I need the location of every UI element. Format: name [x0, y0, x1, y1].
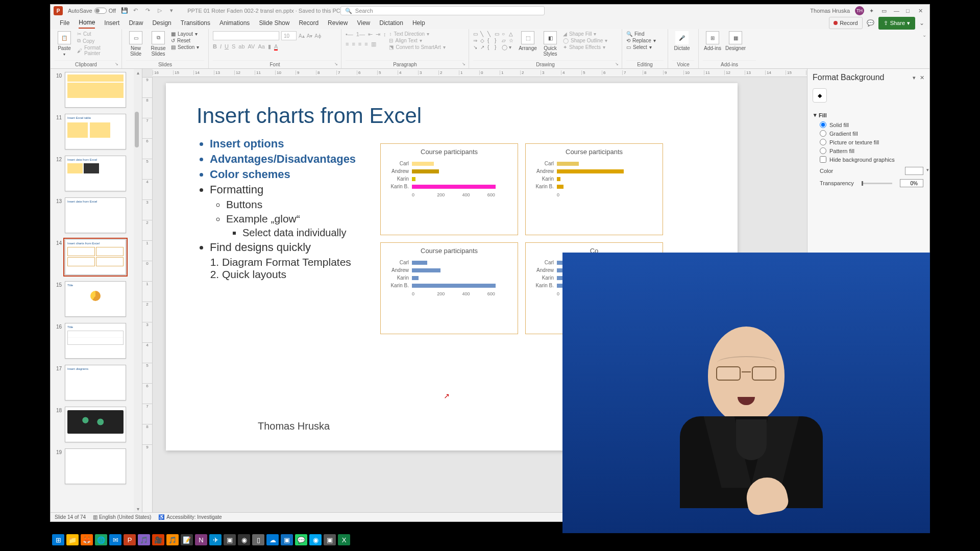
undo-icon[interactable]: ↶: [133, 7, 140, 14]
font-name-combo[interactable]: [213, 31, 279, 40]
scroll-handle[interactable]: [135, 112, 139, 147]
slide-thumbnail[interactable]: 17Insert diagrams: [51, 362, 142, 404]
thumb-preview[interactable]: Insert data from Excel: [65, 156, 126, 191]
slide-thumbnail[interactable]: 15Title: [51, 278, 142, 320]
slide-counter[interactable]: Slide 14 of 74: [55, 514, 86, 520]
taskbar-app-icon[interactable]: 📝: [181, 534, 193, 545]
chart-3[interactable]: Course participantsCarlAndrewKarinKarin …: [380, 242, 518, 334]
solid-fill-radio[interactable]: Solid fill: [814, 120, 923, 129]
slide-thumbnail[interactable]: 16Title: [51, 320, 142, 362]
tab-view[interactable]: View: [357, 18, 370, 28]
taskbar-app-icon[interactable]: ✈: [209, 534, 222, 545]
fill-tab-icon[interactable]: ◆: [813, 88, 827, 103]
line-spacing-button[interactable]: ↕: [383, 31, 386, 38]
slide-thumbnail[interactable]: 13Insert data from Excel: [51, 194, 142, 236]
align-right-button[interactable]: ≡: [358, 41, 361, 47]
thumb-preview[interactable]: [65, 448, 126, 484]
dictate-button[interactable]: 🎤Dictate: [672, 31, 692, 51]
tab-dictation[interactable]: Dictation: [379, 18, 403, 28]
columns-button[interactable]: ▥: [371, 41, 376, 47]
radio-icon[interactable]: [820, 139, 826, 145]
record-button[interactable]: Record: [829, 17, 862, 29]
spacing-button[interactable]: AV: [248, 43, 255, 50]
shape-effects-button[interactable]: ✦ Shape Effects ▾: [563, 44, 607, 50]
taskbar-app-icon[interactable]: ◉: [309, 534, 322, 545]
strike-button[interactable]: S: [232, 43, 235, 50]
autosave-toggle[interactable]: AutoSave Off: [68, 8, 116, 14]
slide-thumbnail[interactable]: 19: [51, 445, 142, 487]
tab-file[interactable]: File: [60, 18, 69, 28]
thumb-preview[interactable]: [65, 407, 126, 442]
avatar[interactable]: TH: [855, 6, 864, 15]
replace-button[interactable]: ⟲ Replace ▾: [626, 38, 656, 43]
comments-icon[interactable]: 💬: [867, 18, 874, 28]
tab-help[interactable]: Help: [412, 18, 425, 28]
taskbar-app-icon[interactable]: X: [338, 534, 350, 545]
designer-button[interactable]: ▦Designer: [725, 31, 746, 51]
bold-button[interactable]: B: [213, 43, 217, 50]
color-picker[interactable]: [905, 167, 923, 175]
scroll-up-icon[interactable]: ▴: [134, 69, 142, 76]
addins-button[interactable]: ⊞Add-ins: [703, 31, 722, 51]
tab-home[interactable]: Home: [79, 17, 95, 29]
font-color-button[interactable]: A: [274, 43, 278, 50]
pattern-fill-radio[interactable]: Pattern fill: [814, 146, 923, 155]
maximize-icon[interactable]: □: [906, 8, 913, 14]
thumb-preview[interactable]: [65, 72, 126, 108]
shape-outline-button[interactable]: ◯ Shape Outline ▾: [563, 38, 607, 43]
taskbar-app-icon[interactable]: ▣: [324, 534, 336, 545]
slide-thumbnail[interactable]: 12Insert data from Excel: [51, 153, 142, 194]
bullets-button[interactable]: •—: [346, 31, 353, 38]
underline-button[interactable]: U: [225, 43, 229, 50]
convert-smartart-button[interactable]: ⬔ Convert to SmartArt ▾: [389, 44, 445, 50]
arrange-button[interactable]: ⬚Arrange: [518, 31, 537, 51]
taskbar-app-icon[interactable]: 🎵: [138, 534, 150, 545]
hide-bg-checkbox[interactable]: Hide background graphics: [814, 155, 923, 164]
shadow-button[interactable]: ab: [238, 43, 244, 50]
taskbar-app-icon[interactable]: ▯: [252, 534, 264, 545]
slide-thumbnail[interactable]: 18: [51, 404, 142, 445]
shrink-font-icon[interactable]: A▾: [307, 33, 313, 39]
dialog-launcher-icon[interactable]: ↘: [334, 62, 338, 66]
tab-design[interactable]: Design: [152, 18, 171, 28]
taskbar-app-icon[interactable]: ▣: [281, 534, 293, 545]
fill-section[interactable]: ▾Fill: [814, 110, 923, 120]
taskbar-app-icon[interactable]: ☁: [266, 534, 279, 545]
radio-icon[interactable]: [820, 130, 826, 137]
language-button[interactable]: ▥ English (United States): [93, 514, 151, 520]
from-beginning-icon[interactable]: ▷: [158, 7, 165, 14]
chart-2[interactable]: Course participantsCarlAndrewKarinKarin …: [525, 143, 663, 235]
taskbar-app-icon[interactable]: 🎥: [152, 534, 164, 545]
scroll-down-icon[interactable]: ▾: [134, 505, 142, 512]
taskbar-app-icon[interactable]: ✉: [109, 534, 121, 545]
shapes-gallery[interactable]: ▭╲╲▭○△ ⇒◇{}▱☆ ↘↗{}◯▾: [473, 31, 515, 50]
text-direction-button[interactable]: ↕ Text Direction ▾: [389, 31, 445, 37]
taskbar-app-icon[interactable]: P: [124, 534, 136, 545]
checkbox-icon[interactable]: [820, 156, 826, 163]
taskbar-app-icon[interactable]: 🌐: [95, 534, 107, 545]
slide-thumbnail[interactable]: 14Insert charts from Excel: [51, 236, 142, 278]
thumb-preview[interactable]: Title: [65, 281, 126, 317]
picture-fill-radio[interactable]: Picture or texture fill: [814, 138, 923, 146]
taskbar-app-icon[interactable]: ◉: [238, 534, 250, 545]
transparency-input[interactable]: [900, 179, 923, 187]
align-left-button[interactable]: ≡: [346, 41, 349, 47]
ribbon-mode-icon[interactable]: ▭: [881, 8, 889, 14]
collapse-ribbon-icon[interactable]: ⌄: [919, 18, 924, 28]
find-button[interactable]: 🔍 Find: [626, 31, 656, 37]
italic-button[interactable]: I: [220, 43, 222, 50]
toggle-off-icon[interactable]: [94, 8, 107, 14]
shape-fill-button[interactable]: ◢ Shape Fill ▾: [563, 31, 607, 37]
tab-record[interactable]: Record: [299, 18, 318, 28]
panel-close-icon[interactable]: ✕: [920, 74, 924, 81]
thumb-scrollbar[interactable]: ▴ ▾: [134, 69, 142, 512]
taskbar-app-icon[interactable]: 🎵: [166, 534, 179, 545]
highlight-button[interactable]: ▮: [268, 43, 271, 50]
justify-button[interactable]: ≡: [364, 41, 368, 47]
grow-font-icon[interactable]: A▴: [299, 33, 305, 39]
thumb-preview[interactable]: Insert data from Excel: [65, 197, 126, 233]
font-size-combo[interactable]: 10: [281, 31, 297, 40]
minimize-icon[interactable]: —: [894, 8, 901, 14]
copy-button[interactable]: ⧉ Copy: [77, 38, 117, 44]
select-button[interactable]: ▭ Select ▾: [626, 44, 656, 50]
